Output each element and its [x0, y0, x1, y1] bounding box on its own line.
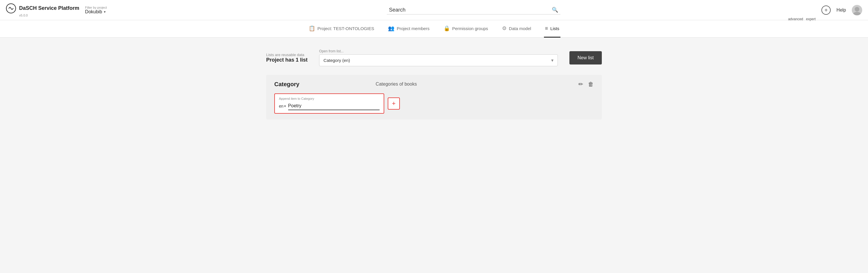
open-from-value: Category (en): [323, 58, 350, 63]
lang-chevron-icon: ▾: [284, 104, 286, 108]
search-button[interactable]: 🔍: [552, 7, 558, 13]
select-chevron-icon: ▾: [551, 58, 554, 63]
search-links: advanced expert: [788, 17, 816, 21]
category-section: Category Categories of books ✏ 🗑 Append …: [266, 75, 602, 120]
project-icon: 📋: [309, 25, 315, 32]
edit-category-button[interactable]: ✏: [578, 81, 583, 88]
lists-icon: ≡: [545, 26, 548, 32]
append-item-area: Append item to Category en ▾ +: [274, 93, 594, 114]
tab-members[interactable]: 👥 Project members: [387, 20, 431, 38]
tab-lists[interactable]: ≡ Lists: [544, 20, 560, 38]
category-header: Category Categories of books ✏ 🗑: [274, 81, 594, 88]
tab-project[interactable]: 📋 Project: TEST-ONTOLOGIES: [308, 20, 375, 38]
nav-tabs: 📋 Project: TEST-ONTOLOGIES 👥 Project mem…: [0, 20, 868, 38]
user-avatar[interactable]: [852, 5, 862, 15]
category-name: Category: [274, 81, 376, 88]
delete-category-button[interactable]: 🗑: [588, 81, 594, 88]
help-link[interactable]: Help: [836, 7, 846, 13]
avatar-icon: [852, 5, 862, 15]
tab-datamodel-label: Data model: [509, 26, 531, 31]
svg-point-1: [855, 7, 859, 11]
lang-value: en: [279, 104, 283, 108]
filter-project-dropdown[interactable]: Dokubib ▾: [85, 9, 105, 14]
filter-project-value: Dokubib: [85, 9, 102, 14]
members-icon: 👥: [388, 25, 394, 32]
tab-members-label: Project members: [397, 26, 429, 31]
language-select[interactable]: en ▾: [279, 104, 286, 108]
list-reusable-label: Lists are reusable data: [266, 53, 308, 57]
search-area: 🔍 advanced expert: [131, 5, 816, 14]
list-header: Lists are reusable data Project has 1 li…: [266, 49, 602, 66]
permissions-icon: 🔒: [443, 25, 450, 32]
tab-lists-label: Lists: [550, 26, 559, 31]
datamodel-icon: ⚙: [502, 25, 507, 32]
filter-area: Filter by project Dokubib ▾: [85, 6, 131, 14]
logo-text: DaSCH Service Platform: [19, 5, 79, 11]
filter-label: Filter by project: [85, 6, 107, 9]
tab-project-label: Project: TEST-ONTOLOGIES: [317, 26, 374, 31]
header-actions: + Help: [822, 5, 862, 15]
logo-area: DaSCH Service Platform v5.0.0: [6, 3, 79, 17]
new-list-button[interactable]: New list: [569, 51, 602, 65]
version-text: v5.0.0: [19, 13, 28, 17]
top-header: DaSCH Service Platform v5.0.0 Filter by …: [0, 0, 868, 20]
svg-point-2: [853, 12, 861, 15]
append-item-input[interactable]: [288, 102, 380, 110]
chevron-down-icon: ▾: [104, 10, 105, 14]
tab-permissions-label: Permission groups: [452, 26, 488, 31]
list-count-area: Lists are reusable data Project has 1 li…: [266, 53, 308, 63]
open-from-label: Open from list...: [319, 49, 558, 53]
search-input[interactable]: [389, 7, 550, 13]
tab-permissions[interactable]: 🔒 Permission groups: [442, 20, 489, 38]
category-actions: ✏ 🗑: [578, 81, 594, 88]
append-item-label: Append item to Category: [279, 97, 380, 100]
open-from-area: Open from list... Category (en) ▾: [319, 49, 558, 66]
append-item-input-row: en ▾: [279, 102, 380, 110]
list-count-value: Project has 1 list: [266, 57, 308, 63]
append-item-box: Append item to Category en ▾: [274, 93, 384, 114]
category-description: Categories of books: [376, 81, 578, 87]
search-bar: 🔍: [387, 5, 560, 14]
add-button[interactable]: +: [822, 5, 831, 15]
logo-icon: [6, 3, 16, 13]
main-content: Lists are reusable data Project has 1 li…: [260, 38, 608, 131]
advanced-search-link[interactable]: advanced: [788, 17, 803, 21]
add-item-button[interactable]: +: [388, 98, 400, 110]
open-from-select[interactable]: Category (en) ▾: [319, 55, 558, 66]
tab-datamodel[interactable]: ⚙ Data model: [501, 20, 532, 38]
expert-search-link[interactable]: expert: [806, 17, 816, 21]
